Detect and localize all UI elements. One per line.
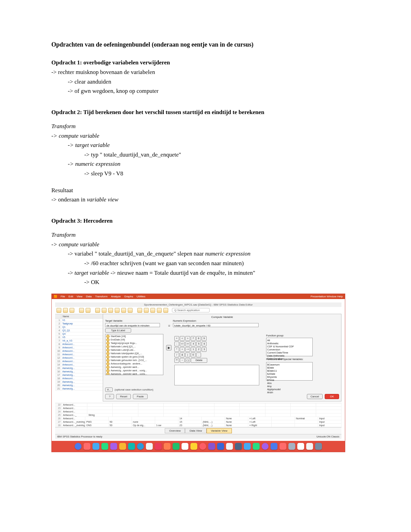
function-group-item[interactable]: Date Arithmetic <box>267 354 312 357</box>
function-item[interactable]: $Casenum <box>267 363 312 366</box>
dock-app-icon[interactable] <box>217 443 224 450</box>
dock-app-icon[interactable] <box>253 443 260 450</box>
dock-app-icon[interactable] <box>75 443 82 450</box>
kp-9[interactable]: 9 <box>202 336 207 341</box>
toolbar-find-icon[interactable] <box>102 308 107 313</box>
kp-not[interactable]: ~ <box>180 358 185 363</box>
menu-item[interactable]: Transform <box>95 295 108 298</box>
grid-row[interactable]: 1V1 <box>55 319 103 322</box>
toolbar-vars-icon[interactable] <box>108 308 113 313</box>
grid-row[interactable]: 21Aanwezig... <box>55 387 103 391</box>
function-group-item[interactable]: Current Date/Time <box>267 351 312 354</box>
grid-row[interactable]: 16Aanwezig... <box>55 370 103 373</box>
dock-app-icon[interactable] <box>84 443 90 450</box>
grid-row[interactable]: 12Antwoord... <box>55 356 103 360</box>
dock-app-icon[interactable] <box>128 443 135 450</box>
kp-1[interactable]: 1 <box>191 347 196 352</box>
grid-row[interactable]: 24Antwoord... <box>55 410 341 413</box>
kp-minus[interactable]: - <box>174 342 179 346</box>
function-item[interactable]: $JDate <box>267 372 312 375</box>
kp-3[interactable]: 3 <box>202 347 207 352</box>
cancel-button[interactable]: Cancel <box>307 394 323 399</box>
kp-4[interactable]: 4 <box>191 342 196 346</box>
menu-item[interactable]: Data <box>86 295 92 298</box>
grid-row[interactable]: 10Antwoord... <box>55 349 103 353</box>
toolbar-select-icon[interactable] <box>137 308 142 313</box>
toolbar-print-icon[interactable] <box>70 308 74 313</box>
tab-overview[interactable]: Overview <box>165 428 185 433</box>
menu-item[interactable]: Analyze <box>111 295 121 298</box>
function-item[interactable]: Applymodel <box>267 388 312 391</box>
kp-ge[interactable]: >= <box>185 342 190 346</box>
grid-row[interactable]: 27Antwoord..._eveningPW350none15(Nihil, … <box>55 420 341 424</box>
variable-item[interactable]: Nationale Loterij [Q3_... <box>106 345 162 348</box>
paste-button[interactable]: Paste <box>133 394 147 399</box>
variable-item[interactable]: Taalgroep/groupe lingu... <box>106 342 162 345</box>
variable-item[interactable]: Aanwezig...spender aant...-vorig... <box>106 369 162 372</box>
grid-row[interactable]: 7V6_a_V3 <box>55 339 103 343</box>
kp-8[interactable]: 8 <box>196 336 201 341</box>
dock-app-icon[interactable] <box>315 443 322 450</box>
dock-app-icon[interactable] <box>119 443 126 450</box>
function-item[interactable]: $Date <box>267 366 312 369</box>
kp-or[interactable]: | <box>185 352 190 357</box>
menu-item[interactable]: View <box>77 295 83 298</box>
target-variable-input[interactable]: de duurtijd van de enquete in minuten <box>105 323 160 327</box>
toolbar-undo-icon[interactable] <box>79 308 84 313</box>
grid-row[interactable]: 25Antwoord..._String <box>55 413 341 417</box>
toolbar-chart-icon[interactable] <box>115 308 120 313</box>
toolbar-save-icon[interactable] <box>63 308 68 313</box>
variable-item[interactable]: Nationale gehouden beh...[V10_... <box>106 359 162 362</box>
dock-app-icon[interactable] <box>155 443 162 450</box>
dock-app-icon[interactable] <box>182 443 188 450</box>
grid-row[interactable]: 28Antwoord..._eveningONS50Op de eig...1-… <box>55 424 341 427</box>
menu-item[interactable]: Edit <box>68 295 73 298</box>
variable-item[interactable]: Aanwezig...spender aant... <box>106 366 162 369</box>
grid-row[interactable]: 11Antwoord... <box>55 353 103 356</box>
variable-item[interactable]: Nationale spelen de gens [V10] <box>106 355 162 359</box>
dock-app-icon[interactable] <box>208 443 215 450</box>
help-button[interactable]: ? <box>105 394 114 399</box>
grid-row[interactable]: 26Antwoord...14None≡ LeftNominalInput <box>55 417 341 420</box>
kp-pow[interactable]: ** <box>174 358 179 363</box>
function-group-item[interactable]: All <box>267 339 312 342</box>
kp-5[interactable]: 5 <box>196 342 201 346</box>
dock-app-icon[interactable] <box>92 443 99 450</box>
grid-row[interactable]: 4Q3_Q1 <box>55 329 103 332</box>
toolbar-run-icon[interactable] <box>128 308 133 313</box>
toolbar-chart2-icon[interactable] <box>121 308 126 313</box>
numeric-expression-input[interactable]: totale_duurtijd_de_enquete / 60 <box>173 323 259 327</box>
kp-7[interactable]: 7 <box>191 336 196 341</box>
dock-app-icon[interactable] <box>164 443 171 450</box>
grid-row[interactable]: 13Antwoord... <box>55 360 103 363</box>
grid-row[interactable]: 8Antwoord... <box>55 343 103 346</box>
grid-row[interactable]: 20Aanwezig... <box>55 384 103 387</box>
kp-dot[interactable]: . <box>196 352 201 357</box>
toolbar-weight-icon[interactable] <box>144 308 149 313</box>
type-label-button[interactable]: Type & Label <box>105 328 131 333</box>
variable-item[interactable]: Aanwezig...spender aant...-vorig... <box>106 372 162 375</box>
dock-app-icon[interactable] <box>235 443 242 450</box>
if-button[interactable]: If... <box>105 387 113 392</box>
kp-2[interactable]: 2 <box>196 347 201 352</box>
menu-item[interactable]: File <box>61 295 65 298</box>
dock-app-icon[interactable] <box>146 443 153 450</box>
function-group-item[interactable]: Conversion <box>267 348 312 351</box>
kp-gt[interactable]: > <box>185 336 190 341</box>
dock-app-icon[interactable] <box>244 443 251 450</box>
variable-item[interactable]: StartDate [V8] <box>106 335 162 338</box>
kp-mult[interactable]: * <box>174 347 179 352</box>
dock-app-icon[interactable] <box>226 443 233 450</box>
kp-le[interactable]: <= <box>180 342 185 346</box>
search-input[interactable]: Q Search application <box>172 308 210 312</box>
grid-row[interactable]: 2Taalgroep <box>55 322 103 325</box>
kp-plus[interactable]: + <box>174 336 179 341</box>
grid-row[interactable]: 14Antwoord... <box>55 363 103 367</box>
reset-button[interactable]: Reset <box>116 394 131 399</box>
apple-icon[interactable]: 🟧 <box>54 295 57 298</box>
toolbar-labels-icon[interactable] <box>150 308 155 313</box>
menu-item[interactable]: Graphs <box>124 295 133 298</box>
kp-6[interactable]: 6 <box>202 342 207 346</box>
grid-row[interactable]: 3Q1 <box>55 325 103 329</box>
kp-lt[interactable]: < <box>180 336 185 341</box>
